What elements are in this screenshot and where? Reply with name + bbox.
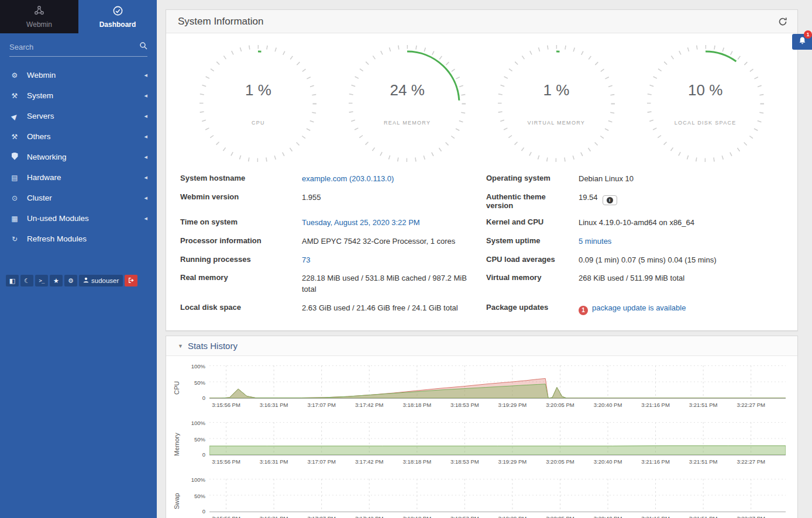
sidebar-item-others[interactable]: ⚒ Others ◀	[0, 126, 157, 147]
logout-button[interactable]	[125, 275, 137, 286]
sidebar-item-label: Servers	[27, 112, 54, 120]
gauge-cpu: 1 % CPU	[199, 45, 316, 164]
send-icon: ▶	[9, 112, 20, 120]
sidebar-item-webmin[interactable]: ⚙ Webmin ◀	[0, 65, 157, 85]
chart-plot-area	[209, 365, 786, 399]
info-label: CPU load averages	[486, 255, 579, 264]
sidebar-menu: ⚙ Webmin ◀ ⚒ System ◀ ▶ Servers ◀ ⚒ Othe…	[0, 60, 157, 249]
username-label: sudouser	[91, 277, 119, 284]
sidebar-item-refresh-modules[interactable]: ↻ Refresh Modules	[0, 229, 157, 249]
refresh-button[interactable]	[777, 16, 788, 27]
sidebar-item-label: Hardware	[27, 173, 61, 182]
collapse-caret-icon: ▼	[178, 343, 183, 349]
gauge-value: 1 %	[199, 81, 316, 99]
night-mode-button[interactable]: ☾	[20, 275, 33, 286]
info-value: 268 KiB used / 511.99 MiB total	[579, 273, 783, 284]
collapse-sidebar-button[interactable]: ◧	[6, 275, 19, 286]
options-button[interactable]: ⚙	[64, 275, 77, 286]
power-icon: ⊙	[9, 194, 20, 202]
chevron-left-icon: ◀	[144, 94, 147, 98]
main-content: System Information 1 % CPU	[157, 0, 812, 518]
info-label: Real memory	[180, 273, 302, 282]
theme-version-value: 19.54	[579, 193, 598, 202]
logout-icon	[128, 277, 135, 285]
info-icon: i	[607, 197, 613, 203]
gauge-local-disk-space: 10 % LOCAL DISK SPACE	[647, 45, 764, 164]
info-value: 1.955	[302, 192, 486, 203]
system-information-header: System Information	[166, 10, 797, 33]
chart-x-labels: 3:15:56 PM3:16:31 PM3:17:07 PM3:17:42 PM…	[209, 455, 786, 467]
info-label: Time on system	[180, 217, 302, 226]
info-value: 2.63 GiB used / 21.46 GiB free / 24.1 Gi…	[302, 303, 486, 314]
gear-icon: ⚙	[9, 71, 20, 80]
sidebar-item-label: Webmin	[27, 71, 56, 80]
info-label: Webmin version	[180, 192, 302, 201]
gauge-label: VIRTUAL MEMORY	[498, 120, 615, 126]
package-count-badge: 1	[579, 306, 588, 315]
chart-swap: Swap 100% 50% 0 3:15:56 PM3:16:31 PM3:17…	[171, 479, 786, 518]
search-icon[interactable]	[139, 42, 147, 52]
modules-icon: ▦	[9, 215, 20, 223]
harddrive-icon: ▤	[9, 174, 20, 182]
gauges-row: 1 % CPU 24 % REAL MEMORY 1 % VIRTUAL MEM…	[166, 33, 797, 165]
info-value: 228.18 MiB used / 531.8 MiB cached / 987…	[302, 273, 486, 295]
sidebar-item-hardware[interactable]: ▤ Hardware ◀	[0, 167, 157, 188]
system-info-table: System hostname example.com (203.0.113.0…	[166, 165, 797, 330]
theme-info-badge[interactable]: i	[603, 195, 617, 205]
sidebar-item-servers[interactable]: ▶ Servers ◀	[0, 106, 157, 126]
chevron-left-icon: ◀	[144, 73, 147, 78]
info-value: Debian Linux 10	[579, 174, 783, 185]
gauge-label: CPU	[199, 120, 316, 126]
system-information-panel: System Information 1 % CPU	[166, 9, 798, 331]
hostname-link[interactable]: example.com (203.0.113.0)	[302, 174, 394, 183]
chart-axis-title: CPU	[171, 365, 183, 410]
page-title: System Information	[178, 16, 777, 27]
chart-x-labels: 3:15:56 PM3:16:31 PM3:17:07 PM3:17:42 PM…	[209, 512, 786, 518]
sidebar-item-cluster[interactable]: ⊙ Cluster ◀	[0, 188, 157, 208]
stats-charts: CPU 100% 50% 0 3:15:56 PM3:16:31 PM3:17:…	[166, 356, 797, 518]
chevron-left-icon: ◀	[144, 134, 147, 139]
sidebar-item-networking[interactable]: Networking ◀	[0, 147, 157, 167]
favorites-button[interactable]: ★	[50, 275, 63, 286]
chevron-left-icon: ◀	[144, 196, 147, 201]
user-button[interactable]: sudouser	[79, 275, 123, 286]
sidebar-search	[9, 42, 147, 57]
notification-count-badge: 1	[804, 30, 812, 39]
gauge-value: 24 %	[349, 81, 466, 99]
sidebar-item-unused-modules[interactable]: ▦ Un-used Modules ◀	[0, 208, 157, 229]
tab-webmin[interactable]: Webmin	[0, 0, 78, 33]
sidebar-item-system[interactable]: ⚒ System ◀	[0, 85, 157, 106]
stats-history-title: Stats History	[188, 341, 238, 351]
gears-icon: ⚙	[68, 277, 74, 285]
tab-dashboard[interactable]: Dashboard	[78, 0, 157, 33]
stats-history-panel: ▼ Stats History CPU 100% 50% 0 3:15:56 P…	[166, 336, 798, 518]
terminal-button[interactable]: >_	[35, 275, 48, 286]
info-value: AMD EPYC 7542 32-Core Processor, 1 cores	[302, 236, 486, 247]
chart-x-labels: 3:15:56 PM3:16:31 PM3:17:07 PM3:17:42 PM…	[209, 399, 786, 410]
info-label: System uptime	[486, 236, 579, 245]
package-updates-link[interactable]: package update is available	[592, 303, 686, 312]
info-label: Authentic theme version	[486, 192, 579, 210]
tab-dashboard-label: Dashboard	[99, 20, 136, 29]
gauge-virtual-memory: 1 % VIRTUAL MEMORY	[498, 45, 615, 164]
gauge-value: 1 %	[498, 81, 615, 99]
time-on-system-link[interactable]: Tuesday, August 25, 2020 3:22 PM	[302, 218, 420, 227]
info-label: Processor information	[180, 236, 302, 245]
search-input[interactable]	[9, 43, 139, 51]
chart-y-ticks: 100% 50% 0	[183, 365, 209, 399]
tab-webmin-label: Webmin	[26, 20, 52, 29]
sidebar: Webmin Dashboard ⚙ Webmin ◀ ⚒ System	[0, 0, 157, 518]
system-uptime-link[interactable]: 5 minutes	[579, 237, 611, 246]
chart-plot-area	[209, 479, 786, 512]
notifications-button[interactable]: 1	[792, 34, 812, 50]
sidebar-item-label: Cluster	[27, 194, 52, 202]
stats-history-header[interactable]: ▼ Stats History	[166, 336, 797, 356]
running-processes-link[interactable]: 73	[302, 255, 310, 264]
gauge-value: 10 %	[647, 81, 764, 99]
info-label: Virtual memory	[486, 273, 579, 282]
gauge-label: LOCAL DISK SPACE	[647, 120, 764, 126]
webmin-logo-icon	[33, 5, 45, 18]
chevron-left-icon: ◀	[144, 175, 147, 180]
info-label: System hostname	[180, 174, 302, 182]
tools-icon: ⚒	[9, 133, 20, 141]
